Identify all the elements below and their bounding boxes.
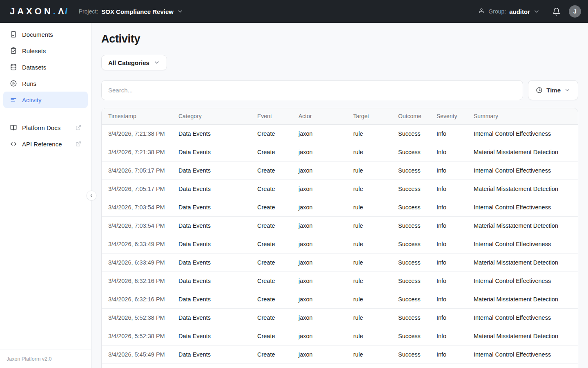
cell-category: Data Events bbox=[172, 216, 251, 235]
cell-event: Create bbox=[251, 253, 292, 272]
cell-severity: Info bbox=[430, 161, 467, 180]
sidebar-collapse-button[interactable] bbox=[87, 191, 97, 201]
clock-icon bbox=[536, 87, 543, 94]
cell-timestamp: 3/4/2026, 6:32:16 PM bbox=[102, 290, 172, 308]
main-content: Activity All Categories Time bbox=[91, 23, 588, 368]
sidebar: Documents Rulesets Datasets Runs bbox=[0, 23, 91, 368]
user-avatar[interactable]: J bbox=[569, 5, 581, 18]
clipboard-check-icon bbox=[10, 47, 17, 54]
cell-actor: jaxon bbox=[292, 327, 347, 345]
cell-summary: Material Misstatement Detection bbox=[467, 180, 578, 198]
cell-event: Create bbox=[251, 290, 292, 308]
notifications-bell-icon[interactable] bbox=[552, 7, 561, 16]
sidebar-item-datasets[interactable]: Datasets bbox=[3, 59, 88, 75]
cell-target: rule bbox=[347, 235, 392, 253]
cell-severity: Info bbox=[430, 308, 467, 327]
sidebar-item-documents[interactable]: Documents bbox=[3, 26, 88, 43]
cell-target: rule bbox=[347, 345, 392, 364]
sidebar-link-api-reference[interactable]: API Reference bbox=[3, 136, 88, 152]
cell-timestamp: 3/4/2026, 7:03:54 PM bbox=[102, 198, 172, 216]
cell-timestamp: 3/4/2026, 7:21:38 PM bbox=[102, 143, 172, 161]
cell-actor: jaxon bbox=[292, 272, 347, 290]
time-filter-dropdown[interactable]: Time bbox=[528, 80, 578, 100]
cell-actor: jaxon bbox=[292, 180, 347, 198]
book-icon bbox=[10, 124, 17, 131]
chevron-down-icon bbox=[154, 59, 160, 66]
cell-severity: Info bbox=[430, 290, 467, 308]
column-header-event: Event bbox=[251, 108, 292, 124]
cell-target: rule bbox=[347, 327, 392, 345]
cell-category: Data Events bbox=[172, 124, 251, 143]
sidebar-item-label: Rulesets bbox=[22, 47, 46, 54]
project-selector[interactable]: Project: SOX Compliance Review bbox=[79, 8, 183, 15]
cell-outcome: Success bbox=[392, 272, 430, 290]
table-row: 3/4/2026, 7:21:38 PMData EventsCreatejax… bbox=[102, 143, 578, 161]
sidebar-link-platform-docs[interactable]: Platform Docs bbox=[3, 119, 88, 136]
group-selector[interactable]: Group: auditor bbox=[478, 8, 540, 15]
sidebar-item-label: Documents bbox=[22, 31, 53, 38]
sidebar-item-rulesets[interactable]: Rulesets bbox=[3, 43, 88, 59]
project-name: SOX Compliance Review bbox=[101, 8, 174, 15]
search-input[interactable] bbox=[101, 80, 523, 100]
sidebar-link-label: Platform Docs bbox=[22, 124, 60, 131]
table-row: 3/4/2026, 5:52:38 PMData EventsCreatejax… bbox=[102, 327, 578, 345]
cell-summary: Internal Control Effectiveness bbox=[467, 124, 578, 143]
chevron-down-icon bbox=[564, 87, 570, 93]
cell-target: rule bbox=[347, 290, 392, 308]
sidebar-item-activity[interactable]: Activity bbox=[3, 92, 88, 108]
project-label: Project: bbox=[79, 8, 98, 15]
table-row: 3/4/2026, 7:05:17 PMData EventsCreatejax… bbox=[102, 180, 578, 198]
chevron-down-icon bbox=[177, 8, 183, 15]
cell-timestamp: 3/4/2026, 5:45:49 PM bbox=[102, 345, 172, 364]
cell-event: Create bbox=[251, 161, 292, 180]
activity-table-card: Timestamp Category Event Actor Target Ou… bbox=[101, 108, 578, 368]
cell-outcome: Success bbox=[392, 143, 430, 161]
cell-outcome: Success bbox=[392, 253, 430, 272]
cell-summary: Internal Control Effectiveness bbox=[467, 161, 578, 180]
sidebar-item-label: Runs bbox=[22, 80, 36, 87]
cell-category: Data Events bbox=[172, 143, 251, 161]
cell-actor: jaxon bbox=[292, 235, 347, 253]
table-row: 3/4/2026, 5:45:49 PMData EventsCreatejax… bbox=[102, 345, 578, 364]
cell-category: Data Events bbox=[172, 327, 251, 345]
cell-summary: Internal Control Effectiveness bbox=[467, 235, 578, 253]
cell-timestamp: 3/4/2026, 7:21:38 PM bbox=[102, 124, 172, 143]
database-icon bbox=[10, 63, 17, 71]
code-icon bbox=[10, 140, 17, 148]
sidebar-item-label: Activity bbox=[22, 96, 42, 103]
chevron-down-icon bbox=[533, 8, 540, 15]
cell-severity: Info bbox=[430, 180, 467, 198]
sidebar-item-label: Datasets bbox=[22, 64, 46, 71]
cell-severity: Info bbox=[430, 272, 467, 290]
cell-actor: jaxon bbox=[292, 124, 347, 143]
cell-actor: jaxon bbox=[292, 161, 347, 180]
organization-icon bbox=[478, 8, 485, 15]
cell-actor: jaxon bbox=[292, 143, 347, 161]
table-row: 3/4/2026, 7:03:54 PMData EventsCreatejax… bbox=[102, 198, 578, 216]
logo-dot: . bbox=[53, 6, 58, 17]
category-filter-dropdown[interactable]: All Categories bbox=[101, 55, 167, 70]
cell-timestamp: 3/4/2026, 5:52:38 PM bbox=[102, 327, 172, 345]
table-header-row: Timestamp Category Event Actor Target Ou… bbox=[102, 108, 578, 124]
cell-severity: Info bbox=[430, 327, 467, 345]
page-title: Activity bbox=[101, 33, 578, 45]
column-header-summary: Summary bbox=[467, 108, 578, 124]
table-overflow-filler bbox=[102, 364, 578, 368]
cell-target: rule bbox=[347, 253, 392, 272]
logo-a: Λ bbox=[58, 6, 65, 17]
sidebar-item-runs[interactable]: Runs bbox=[3, 75, 88, 92]
cell-category: Data Events bbox=[172, 308, 251, 327]
document-icon bbox=[10, 31, 17, 38]
cell-summary: Internal Control Effectiveness bbox=[467, 198, 578, 216]
cell-event: Create bbox=[251, 345, 292, 364]
cell-summary: Material Misstatement Detection bbox=[467, 216, 578, 235]
cell-severity: Info bbox=[430, 124, 467, 143]
cell-actor: jaxon bbox=[292, 253, 347, 272]
table-row: 3/4/2026, 6:33:49 PMData EventsCreatejax… bbox=[102, 235, 578, 253]
cell-outcome: Success bbox=[392, 290, 430, 308]
cell-actor: jaxon bbox=[292, 198, 347, 216]
cell-event: Create bbox=[251, 308, 292, 327]
sidebar-external-links: Platform Docs API Reference bbox=[0, 119, 91, 152]
cell-category: Data Events bbox=[172, 235, 251, 253]
cell-target: rule bbox=[347, 124, 392, 143]
